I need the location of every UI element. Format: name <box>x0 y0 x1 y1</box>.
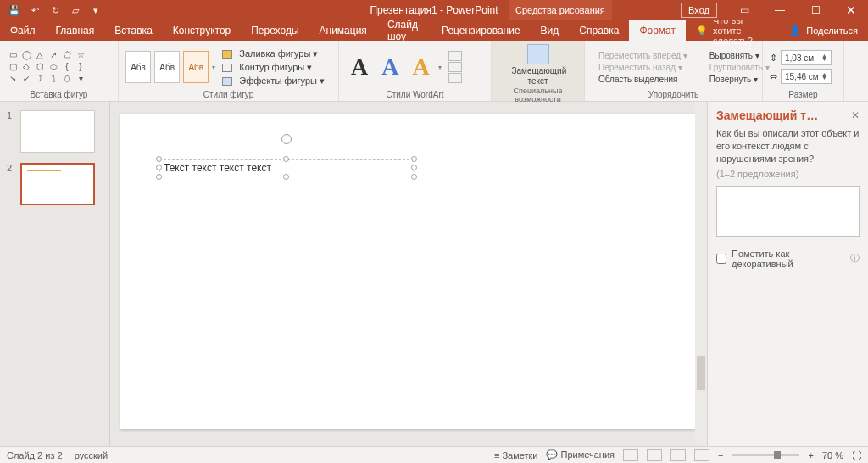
fit-to-window-button[interactable]: ⛶ <box>852 450 861 460</box>
slide-canvas[interactable]: Текст текст текст текст <box>120 114 697 429</box>
height-icon: ⇕ <box>770 53 777 64</box>
width-input[interactable]: 15,46 см▲▼ <box>781 69 832 84</box>
zoom-slider[interactable] <box>732 454 799 456</box>
shape-style-3[interactable]: Абв <box>183 51 209 83</box>
pane-title: Замещающий т… <box>716 109 818 122</box>
pane-hint: (1–2 предложения) <box>716 169 860 179</box>
slide-thumb-2[interactable] <box>20 163 95 205</box>
shape-outline-button[interactable]: Контур фигуры ▾ <box>219 61 331 74</box>
resize-handle[interactable] <box>283 174 289 180</box>
alt-text-pane: Замещающий т…✕ Как бы вы описали этот об… <box>707 102 868 446</box>
alt-text-icon <box>527 44 549 64</box>
wordart-style-2[interactable]: А <box>376 53 403 81</box>
bring-forward-button[interactable]: Переместить вперед ▾ <box>592 50 694 61</box>
group-accessibility: Специальные возможности <box>498 86 577 103</box>
shapes-gallery[interactable]: ▭◯△↗⬠☆ ▢◇⬡⬭{} ↘↙⤴⤵⬯▾ <box>7 50 86 84</box>
tab-design[interactable]: Конструктор <box>163 20 241 41</box>
group-shape-styles: Стили фигур <box>125 90 331 99</box>
alt-text-textarea[interactable] <box>716 186 860 237</box>
send-backward-button[interactable]: Переместить назад ▾ <box>592 62 694 73</box>
tab-help[interactable]: Справка <box>569 20 629 41</box>
group-insert-shapes: Вставка фигур <box>7 90 111 99</box>
pane-close-icon[interactable]: ✕ <box>851 109 860 121</box>
tab-review[interactable]: Рецензирование <box>431 20 531 41</box>
tab-transitions[interactable]: Переходы <box>241 20 309 41</box>
minimize-button[interactable]: — <box>763 0 797 20</box>
ribbon-options-icon[interactable]: ▭ <box>727 0 761 20</box>
window-title: Презентация1 - PowerPoint <box>370 4 498 16</box>
tab-animations[interactable]: Анимация <box>309 20 377 41</box>
decorative-checkbox[interactable]: Пометить как декоративный ⓘ <box>716 248 860 269</box>
shape-effects-button[interactable]: Эффекты фигуры ▾ <box>219 75 331 87</box>
tab-format[interactable]: Формат <box>629 20 686 41</box>
status-language[interactable]: русский <box>75 450 108 460</box>
resize-handle[interactable] <box>156 165 162 170</box>
shape-style-2[interactable]: Абв <box>154 51 180 83</box>
maximize-button[interactable]: ☐ <box>798 0 832 20</box>
selection-pane-button[interactable]: Область выделения <box>592 74 694 85</box>
shape-fill-button[interactable]: Заливка фигуры ▾ <box>219 47 331 60</box>
group-size: Размер <box>770 90 837 99</box>
selected-textbox[interactable]: Текст текст текст текст <box>159 159 414 176</box>
zoom-out-button[interactable]: − <box>718 450 723 460</box>
resize-handle[interactable] <box>156 174 162 180</box>
zoom-in-button[interactable]: + <box>808 450 813 460</box>
zoom-level[interactable]: 70 % <box>822 450 843 460</box>
group-wordart-styles: Стили WordArt <box>346 90 484 99</box>
tab-view[interactable]: Вид <box>531 20 570 41</box>
text-effects-button[interactable] <box>448 73 462 83</box>
thumb-number: 2 <box>7 163 15 205</box>
text-outline-button[interactable] <box>448 62 462 72</box>
tab-file[interactable]: Файл <box>0 20 46 41</box>
notes-button[interactable]: ≡ Заметки <box>494 450 538 460</box>
thumb-number: 1 <box>7 110 15 153</box>
shape-style-1[interactable]: Абв <box>125 51 151 83</box>
vertical-scrollbar[interactable] <box>695 102 707 446</box>
resize-handle[interactable] <box>411 165 417 170</box>
tab-insert[interactable]: Вставка <box>104 20 163 41</box>
redo-icon[interactable]: ↻ <box>49 4 61 16</box>
resize-handle[interactable] <box>283 156 289 162</box>
height-input[interactable]: 1,03 см▲▼ <box>781 50 832 65</box>
slide-thumb-1[interactable] <box>20 110 95 153</box>
wordart-style-3[interactable]: А <box>407 53 434 81</box>
reading-view-button[interactable] <box>670 449 686 461</box>
resize-handle[interactable] <box>156 156 162 162</box>
slide-thumbnails: 1 2 <box>0 102 110 446</box>
status-slide-count: Слайд 2 из 2 <box>7 450 63 460</box>
resize-handle[interactable] <box>411 156 417 162</box>
alt-text-button[interactable]: Замещающий текст <box>512 44 565 86</box>
start-slideshow-icon[interactable]: ▱ <box>70 4 81 16</box>
signin-button[interactable]: Вход <box>681 3 717 18</box>
sorter-view-button[interactable] <box>647 449 662 461</box>
qat-more-icon[interactable]: ▾ <box>90 4 102 16</box>
tab-home[interactable]: Главная <box>46 20 105 41</box>
width-icon: ⇔ <box>770 71 777 82</box>
normal-view-button[interactable] <box>623 449 638 461</box>
undo-icon[interactable]: ↶ <box>29 4 41 16</box>
close-button[interactable]: ✕ <box>834 0 868 20</box>
resize-handle[interactable] <box>411 174 417 180</box>
contextual-tab-label: Средства рисования <box>509 0 612 20</box>
rotate-handle[interactable] <box>281 134 292 144</box>
save-icon[interactable]: 💾 <box>8 4 20 16</box>
group-arrange: Упорядочить <box>592 90 755 99</box>
tell-me-input[interactable]: 💡Что вы хотите сделать? <box>686 20 779 41</box>
slideshow-view-button[interactable] <box>694 449 709 461</box>
pane-description: Как бы вы описали этот объект и его конт… <box>716 127 860 165</box>
tab-slideshow[interactable]: Слайд-шоу <box>377 20 431 41</box>
share-button[interactable]: 👤Поделиться <box>779 20 868 41</box>
wordart-style-1[interactable]: А <box>346 53 373 81</box>
text-fill-button[interactable] <box>448 51 462 61</box>
info-icon[interactable]: ⓘ <box>850 252 860 265</box>
comments-button[interactable]: 💬 Примечания <box>546 449 615 460</box>
